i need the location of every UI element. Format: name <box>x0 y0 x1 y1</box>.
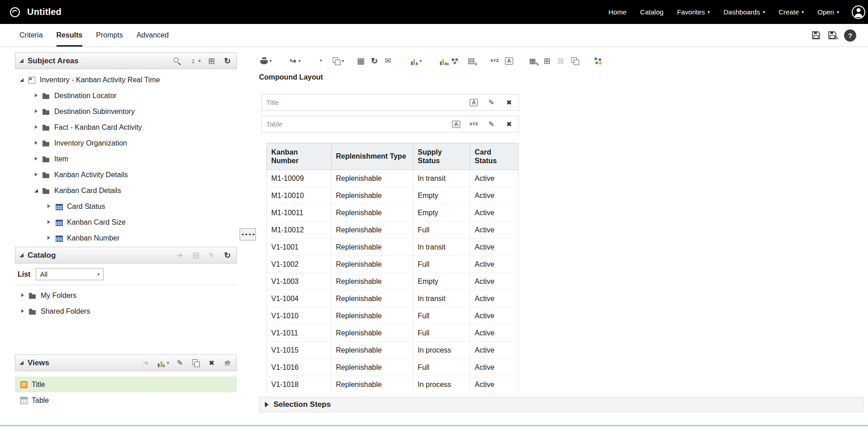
edit-table-view[interactable] <box>486 119 496 129</box>
user-avatar[interactable] <box>852 5 865 19</box>
copy[interactable]: ▾ <box>331 56 344 66</box>
new-view[interactable]: ▾ <box>156 358 169 368</box>
cell-supply-status: Full <box>413 256 470 273</box>
preview-dashboard[interactable] <box>356 56 366 66</box>
refresh-catalog[interactable] <box>222 250 232 260</box>
expand-arrow-icon[interactable] <box>34 125 39 130</box>
expand-arrow-icon[interactable] <box>34 93 39 98</box>
table[interactable]: Table <box>15 392 237 408</box>
format-title-container[interactable] <box>469 98 479 108</box>
dashboards[interactable]: Dashboards ▾ <box>723 8 765 16</box>
table-row: V1-1001 Replenishable In transit Active <box>267 239 519 256</box>
cell-kanban-number: V1-1001 <box>267 239 331 256</box>
criteria[interactable]: Criteria <box>19 24 43 47</box>
card-status[interactable]: Card Status <box>15 198 237 214</box>
paste-layout[interactable] <box>542 56 552 66</box>
cell-supply-status: In transit <box>413 170 470 187</box>
results[interactable]: Results <box>57 24 83 47</box>
edit-layout[interactable] <box>528 56 538 66</box>
table-view-properties[interactable] <box>469 119 479 129</box>
expand-arrow-icon[interactable] <box>34 172 39 177</box>
destination-locator[interactable]: Destination Locator <box>15 88 237 104</box>
duplicate-view[interactable] <box>191 358 201 368</box>
xyz-properties[interactable] <box>490 56 500 66</box>
new-view[interactable]: ▾ <box>409 56 422 66</box>
export[interactable]: ▾ <box>288 56 301 66</box>
expand-arrow-icon[interactable] <box>34 188 39 193</box>
title[interactable]: Title <box>15 377 237 392</box>
edit-title-view[interactable] <box>486 98 496 108</box>
save-as-button[interactable]: ✎ <box>828 31 837 40</box>
expand-arrow-icon[interactable] <box>20 293 25 298</box>
print[interactable]: ▾ <box>259 56 272 66</box>
destination-subinventory[interactable]: Destination Subinventory <box>15 104 237 119</box>
inventory-organization[interactable]: Inventory Organization <box>15 135 237 151</box>
text-properties[interactable] <box>504 56 514 66</box>
open[interactable]: Open ▾ <box>817 8 839 16</box>
new-calculated-item[interactable] <box>466 56 476 66</box>
email[interactable] <box>383 56 393 66</box>
rename-view[interactable] <box>222 358 232 368</box>
duplicate-layout[interactable] <box>570 56 580 66</box>
expand-arrow-icon[interactable] <box>47 204 52 209</box>
sort[interactable]: ▾ <box>188 56 201 66</box>
kanban-card-size[interactable]: Kanban Card Size <box>15 214 237 230</box>
kanban-number[interactable]: Kanban Number <box>15 230 237 246</box>
search[interactable] <box>172 56 182 66</box>
expand-arrow-icon[interactable] <box>47 220 52 225</box>
refresh-subject-areas[interactable] <box>222 56 232 66</box>
column-header[interactable]: Replenishment Type <box>331 143 413 170</box>
expand-arrow-icon[interactable] <box>20 309 25 314</box>
column-header[interactable]: Supply Status <box>413 143 470 170</box>
collapse-pane-icon[interactable] <box>19 361 24 365</box>
collapse-pane-icon[interactable] <box>19 253 24 257</box>
expand-arrow-icon <box>265 402 269 407</box>
remove-title-view[interactable] <box>504 98 514 108</box>
refresh-results[interactable] <box>369 56 379 66</box>
collapse-pane-icon[interactable] <box>19 59 24 63</box>
remove-table-view[interactable] <box>504 119 514 129</box>
schedule[interactable] <box>315 56 325 66</box>
catalog-list-select[interactable]: All ▾ <box>36 268 104 280</box>
panel-splitter[interactable]: ◄◄◄◄ <box>240 228 256 240</box>
new-group[interactable] <box>452 56 462 66</box>
favorites[interactable]: Favorites ▾ <box>677 8 710 16</box>
kanban-activity-details[interactable]: Kanban Activity Details <box>15 167 237 183</box>
table-row: V1-1002 Replenishable Full Active <box>267 256 519 273</box>
edit-catalog-item[interactable] <box>207 250 217 260</box>
edit-view[interactable] <box>175 358 185 368</box>
remove-view[interactable] <box>207 358 217 368</box>
new-catalog-item[interactable] <box>191 250 201 260</box>
column-header[interactable]: Kanban Number <box>267 143 331 170</box>
expand-arrow-icon[interactable] <box>47 236 52 240</box>
help-icon[interactable] <box>844 29 856 42</box>
home[interactable]: Home <box>609 8 627 16</box>
catalog[interactable]: Catalog <box>640 8 664 16</box>
expand-arrow-icon[interactable] <box>34 156 39 161</box>
fact-kanban-card-activity[interactable]: Fact - Kanban Card Activity <box>15 119 237 135</box>
add-view-to-layout[interactable] <box>141 358 151 368</box>
selection-steps[interactable] <box>594 56 604 66</box>
tabstrip-actions: ✎ <box>811 24 856 47</box>
format-table-container[interactable] <box>451 119 461 129</box>
create[interactable]: Create ▾ <box>778 8 804 16</box>
new-calculated-measure[interactable] <box>438 56 448 66</box>
my-folders[interactable]: My Folders <box>15 288 237 303</box>
cell-card-status: Active <box>470 290 519 307</box>
prompts[interactable]: Prompts <box>96 24 123 47</box>
add-subject-area[interactable] <box>207 56 217 66</box>
open-catalog-item[interactable] <box>175 250 185 260</box>
advanced[interactable]: Advanced <box>137 24 169 47</box>
item[interactable]: Item <box>15 151 237 167</box>
table-row: V1-1011 Replenishable Full Active <box>267 325 519 342</box>
save-button[interactable] <box>811 31 821 40</box>
selection-steps-bar[interactable]: Selection Steps <box>259 397 863 412</box>
shared-folders[interactable]: Shared Folders <box>15 303 237 319</box>
inventory-kanban-activity-real-time[interactable]: Inventory - Kanban Activity Real Time <box>15 72 237 88</box>
delete-layout[interactable] <box>556 56 566 66</box>
kanban-card-details[interactable]: Kanban Card Details <box>15 183 237 198</box>
expand-arrow-icon[interactable] <box>19 77 24 82</box>
expand-arrow-icon[interactable] <box>34 109 39 114</box>
expand-arrow-icon[interactable] <box>34 141 39 146</box>
column-header[interactable]: Card Status <box>470 143 519 170</box>
